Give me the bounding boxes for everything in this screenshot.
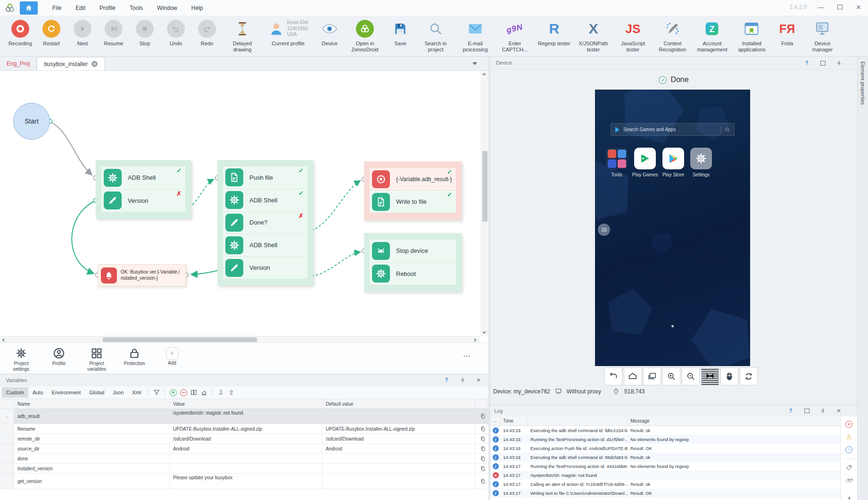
xjsonpath-tester-button[interactable]: X X/JSONPath tester [577, 18, 610, 53]
tab-close-icon[interactable]: ✕ [91, 61, 98, 67]
log-row[interactable]: 14:43:17 Running the TextProcessing acti… [490, 462, 840, 471]
resume-button[interactable]: Resume [101, 18, 126, 47]
capture-mode-button[interactable] [701, 367, 719, 385]
node-done-check[interactable]: Done? ✗ [223, 212, 307, 234]
copy-icon[interactable] [475, 409, 488, 424]
app-tools[interactable] [606, 148, 628, 169]
action-group-4[interactable]: Stop device Reboot [364, 233, 462, 292]
back-button[interactable] [604, 367, 622, 385]
device-screen[interactable]: Search Games and Apps Tools Play Games P… [595, 90, 750, 366]
close-button[interactable]: ✕ [849, 0, 868, 14]
log-row[interactable]: 14:43:16 Executing the adb shell command… [490, 453, 840, 462]
table-row-remote-dir[interactable]: remote_dir /sdcard/Download /sdcard/Down… [0, 434, 488, 444]
minimize-button[interactable]: — [811, 0, 830, 14]
node-stop-device[interactable]: Stop device [370, 240, 456, 263]
pin-icon[interactable] [835, 59, 843, 67]
element-properties-tab[interactable]: Element properties [857, 57, 868, 500]
eraser-icon[interactable] [199, 387, 209, 398]
menu-help[interactable]: Help [184, 1, 210, 15]
stop-button[interactable]: Stop [132, 18, 157, 47]
table-row-installed-version[interactable]: installed_version [0, 464, 488, 474]
menu-edit[interactable]: Edit [68, 1, 92, 15]
enter-captcha-button[interactable]: g9N Enter CAPTCH... [498, 18, 531, 53]
remove-variable-icon[interactable]: − [178, 387, 189, 398]
app-play-games[interactable] [634, 148, 656, 169]
add-button[interactable]: + Add [158, 347, 186, 366]
home-button[interactable] [624, 367, 642, 385]
protection-button[interactable]: Protection [121, 347, 148, 367]
copy-icon[interactable] [475, 444, 488, 453]
scrollbar-thumb[interactable] [482, 151, 488, 222]
home-button[interactable] [20, 1, 38, 15]
copy-icon[interactable] [475, 464, 488, 473]
close-panel-icon[interactable]: ✕ [835, 407, 843, 415]
node-reboot[interactable]: Reboot [370, 263, 456, 285]
menu-tools[interactable]: Tools [123, 1, 150, 15]
tab-eng-proj[interactable]: Eng_Proj [0, 57, 37, 70]
pin-icon[interactable] [458, 376, 467, 384]
node-adb-shell[interactable]: ADB Shell ✓ [223, 189, 307, 212]
move-up-icon[interactable]: ⇧ [226, 387, 236, 398]
copy-icon[interactable] [475, 474, 488, 489]
email-processing-button[interactable]: E-mail processing [459, 18, 492, 53]
action-group-3[interactable]: {-Variable.adb_result-} ✓ Write to file … [364, 161, 462, 220]
scroll-up-icon[interactable] [482, 73, 486, 75]
device-manager-button[interactable]: Device manager [806, 18, 839, 53]
recording-button[interactable]: Recording [8, 18, 33, 47]
play-search-bar[interactable]: Search Games and Apps [611, 123, 735, 136]
tab-list-dropdown-icon[interactable] [472, 62, 477, 65]
app-settings[interactable] [690, 148, 712, 169]
project-variables-button[interactable]: Project variables [83, 347, 110, 372]
pin-icon[interactable] [818, 407, 827, 415]
node-write-to-file[interactable]: Write to file ✓ [370, 191, 456, 213]
search-in-project-button[interactable]: Search in project [419, 18, 452, 53]
log-row[interactable]: 14:43:15 Executing the adb shell command… [490, 426, 840, 435]
action-group-1[interactable]: ADB Shell ✓ Version ✗ [96, 160, 191, 218]
tab-custom[interactable]: Custom [2, 387, 28, 398]
log-row[interactable]: 14:43:16 Executing action Push file id: … [490, 444, 840, 453]
collapse-strip-icon[interactable] [848, 496, 850, 500]
tab-json[interactable]: Json [108, 387, 128, 398]
app-play-store[interactable] [662, 148, 684, 169]
table-row-adb-result[interactable]: → adb_result /system/bin/sh: magisk: not… [0, 409, 488, 424]
javascript-tester-button[interactable]: JS JavaScript tester [616, 18, 649, 53]
action-group-2[interactable]: Push file ✓ ADB Shell ✓ Done? ✗ ADB Shel… [217, 160, 313, 285]
node-variable-adb-result[interactable]: {-Variable.adb_result-} ✓ [370, 168, 456, 191]
tab-global[interactable]: Global [85, 387, 108, 398]
move-down-icon[interactable]: ⇩ [215, 387, 226, 398]
menu-file[interactable]: File [45, 1, 68, 15]
columns-icon[interactable] [189, 387, 199, 398]
tab-environment[interactable]: Environment [48, 387, 85, 398]
close-panel-icon[interactable]: ✕ [474, 376, 483, 384]
node-push-file[interactable]: Push file ✓ [223, 167, 307, 189]
profile-button[interactable]: Profile [45, 347, 73, 367]
flowchart-canvas[interactable]: Start ADB Shell ✓ Version ✗ Push f [0, 71, 488, 336]
account-management-button[interactable]: Z Account management [695, 18, 728, 53]
alert-node[interactable]: OK: Busybox ver.{-Variable.installed_ver… [98, 264, 186, 286]
regexp-tester-button[interactable]: R Regexp tester [538, 18, 570, 47]
zoom-in-button[interactable] [662, 367, 680, 385]
table-row-filename[interactable]: filename UPDATE-Busybox.Installer-ALL-si… [0, 424, 488, 434]
menu-window[interactable]: Window [150, 1, 184, 15]
redo-button[interactable]: Redo [195, 18, 219, 47]
zoom-out-button[interactable] [682, 367, 700, 385]
tag-icon[interactable] [845, 464, 853, 472]
table-row-source-dir[interactable]: source_dir Android Android [0, 444, 488, 454]
next-button[interactable]: Next [70, 18, 95, 47]
filter-icon[interactable] [151, 387, 162, 398]
restart-button[interactable]: Restart [39, 18, 64, 47]
help-icon[interactable]: ? [786, 407, 795, 415]
filter-warnings-icon[interactable]: ⚠ [845, 433, 853, 441]
context-recognition-button[interactable]: Context Recognition [656, 18, 689, 53]
copy-icon[interactable] [475, 454, 488, 463]
tags-icon[interactable] [845, 477, 853, 484]
log-row[interactable]: 14:43:17 /system/bin/sh: magisk: not fou… [490, 471, 840, 480]
project-settings-button[interactable]: Project settings [8, 347, 35, 372]
node-adb-shell[interactable]: ADB Shell ✓ [101, 167, 185, 190]
maximize-panel-icon[interactable] [802, 407, 811, 415]
help-icon[interactable]: ? [802, 59, 811, 67]
menu-profile[interactable]: Profile [92, 1, 123, 15]
undo-button[interactable]: Undo [164, 18, 188, 47]
node-version[interactable]: Version [223, 257, 307, 279]
maximize-panel-icon[interactable] [818, 59, 827, 67]
